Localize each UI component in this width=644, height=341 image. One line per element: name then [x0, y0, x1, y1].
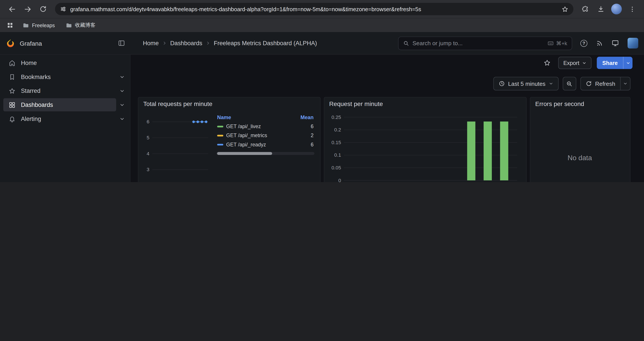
forward-button[interactable] [21, 3, 34, 16]
legend-row[interactable]: GET /api/_metrics2 [216, 131, 315, 140]
svg-text:6: 6 [147, 119, 150, 124]
search-icon [403, 40, 409, 46]
sidebar-toggle-button[interactable] [116, 37, 127, 49]
grafana-brand: Grafana [6, 37, 127, 49]
monitor-icon[interactable] [612, 40, 619, 47]
zoom-out-time-button[interactable] [563, 77, 576, 90]
grafana-brand-label: Grafana [20, 40, 116, 47]
expand-bookmarks-button[interactable] [116, 71, 128, 83]
dashboard-panels-area: Total requests per minute 6543217:40 Nam… [130, 97, 644, 182]
reload-icon [40, 5, 47, 13]
back-arrow-icon [8, 5, 16, 13]
expand-dashboards-button[interactable] [116, 99, 128, 110]
legend-value: 6 [294, 122, 315, 131]
legend-row[interactable]: GET /api/_readyz6 [216, 140, 315, 149]
chevron-down-icon [626, 61, 630, 65]
news-rss-icon[interactable] [596, 40, 603, 47]
svg-text:5: 5 [147, 135, 150, 140]
bookmark-icon [8, 73, 16, 80]
legend-horizontal-scrollbar[interactable] [216, 152, 314, 155]
legend-row[interactable]: GET /api/_livez6 [216, 122, 315, 131]
search-input[interactable]: Search or jump to... ⌘+k [398, 37, 572, 50]
time-range-picker[interactable]: Last 5 minutes [494, 77, 559, 90]
user-avatar[interactable] [628, 38, 638, 49]
search-shortcut: ⌘+k [548, 40, 567, 46]
sidebar-link-dashboards[interactable]: Dashboards [3, 98, 116, 112]
folder-icon [66, 22, 72, 29]
no-data-message: No data [534, 109, 626, 182]
dashboard-canvas: Export Share [130, 55, 644, 182]
chart-total-requests[interactable]: 6543217:40 [142, 109, 212, 182]
reload-button[interactable] [36, 3, 50, 16]
toolbar-right-cluster [578, 3, 640, 16]
forward-arrow-icon [24, 5, 32, 13]
bookmark-star-icon[interactable] [562, 6, 568, 13]
legend-total-requests: NameMeanGET /api/_livez6GET /api/_metric… [212, 109, 316, 182]
svg-text:0: 0 [338, 178, 341, 182]
share-menu-button[interactable] [623, 57, 632, 69]
puzzle-icon [582, 5, 589, 13]
refresh-button[interactable]: Refresh [581, 77, 620, 90]
breadcrumb-dashboards[interactable]: Dashboards [170, 40, 202, 47]
sidebar-link-starred[interactable]: Starred [3, 84, 116, 97]
expand-starred-button[interactable] [116, 85, 128, 97]
panel-title[interactable]: Total requests per minute [138, 97, 320, 108]
back-button[interactable] [5, 3, 18, 16]
series-name[interactable]: GET /api/_readyz [226, 142, 266, 147]
panel-title[interactable]: Request per minute [324, 97, 526, 108]
refresh-icon [586, 81, 592, 87]
share-button[interactable]: Share [597, 57, 623, 69]
share-button-group: Share [597, 57, 632, 69]
star-icon [8, 87, 16, 94]
sidebar-item-label: Starred [21, 88, 40, 94]
download-icon [597, 5, 604, 13]
help-icon[interactable]: ? [580, 40, 588, 47]
legend-value: 6 [294, 140, 315, 149]
browser-menu-button[interactable] [626, 3, 639, 16]
chart-svg-total-requests-per-minute[interactable]: 6543217:40 [142, 109, 212, 182]
downloads-button[interactable] [594, 3, 608, 16]
url-text[interactable]: grafana.mathmast.com/d/deytv4rwavabkb/fr… [70, 6, 561, 12]
clock-icon [499, 81, 505, 87]
sidebar-link-bookmarks[interactable]: Bookmarks [3, 70, 116, 83]
series-name[interactable]: GET /api/_livez [226, 124, 261, 129]
bookmark-label: 收藏博客 [75, 22, 96, 29]
chevron-down-icon [549, 81, 553, 86]
apps-grid-icon[interactable] [6, 22, 14, 29]
sidebar-item-label: Home [21, 60, 36, 66]
magnifier-minus-icon [566, 80, 573, 87]
series-color-swatch [217, 144, 223, 145]
favorite-dashboard-button[interactable] [542, 57, 553, 69]
legend-column-header[interactable]: Name [216, 114, 294, 122]
chart-request-per-minute[interactable]: 0.250.20.150.10.05017:37:0017:38:0017:39… [328, 109, 522, 182]
bookmark-label: Freeleaps [32, 22, 55, 28]
export-button[interactable]: Export [558, 57, 592, 69]
browser-window: grafana.mathmast.com/d/deytv4rwavabkb/fr… [0, 0, 644, 182]
search-placeholder: Search or jump to... [412, 40, 544, 47]
refresh-interval-button[interactable] [620, 77, 630, 90]
legend-column-header[interactable]: Mean [294, 114, 315, 122]
address-bar[interactable]: grafana.mathmast.com/d/deytv4rwavabkb/fr… [55, 3, 574, 15]
sidebar-item-dashboards: Dashboards [0, 98, 128, 112]
bookmark-item-blogs[interactable]: 收藏博客 [66, 22, 96, 29]
sidebar-link-alerting[interactable]: Alerting [3, 112, 116, 125]
chart-svg-request-per-minute[interactable]: 0.250.20.150.10.05017:37:0017:38:0017:39… [328, 109, 523, 182]
svg-text:0.1: 0.1 [334, 152, 341, 158]
site-settings-icon[interactable] [60, 6, 66, 12]
expand-alerting-button[interactable] [116, 113, 128, 124]
breadcrumb-current-dashboard[interactable]: Freeleaps Metrics Dashboard (ALPHA) [214, 40, 317, 47]
grafana-logo-icon[interactable] [6, 38, 15, 48]
topbar-icons: ? [580, 38, 638, 49]
svg-text:0.2: 0.2 [334, 127, 341, 133]
breadcrumb-home[interactable]: Home [143, 40, 159, 47]
chevron-down-icon [582, 61, 587, 65]
series-name[interactable]: GET /api/_metrics [226, 133, 267, 138]
bookmark-item-freeleaps[interactable]: Freeleaps [22, 22, 55, 29]
browser-profile-avatar[interactable] [611, 4, 622, 15]
panel-title[interactable]: Errors per second [530, 97, 630, 108]
scrollbar-thumb[interactable] [217, 152, 272, 155]
sidebar-link-home[interactable]: Home [3, 56, 128, 70]
panel-total-requests-per-minute: Total requests per minute 6543217:40 Nam… [138, 97, 320, 182]
extensions-button[interactable] [579, 3, 592, 16]
breadcrumb-separator-icon [206, 41, 210, 46]
